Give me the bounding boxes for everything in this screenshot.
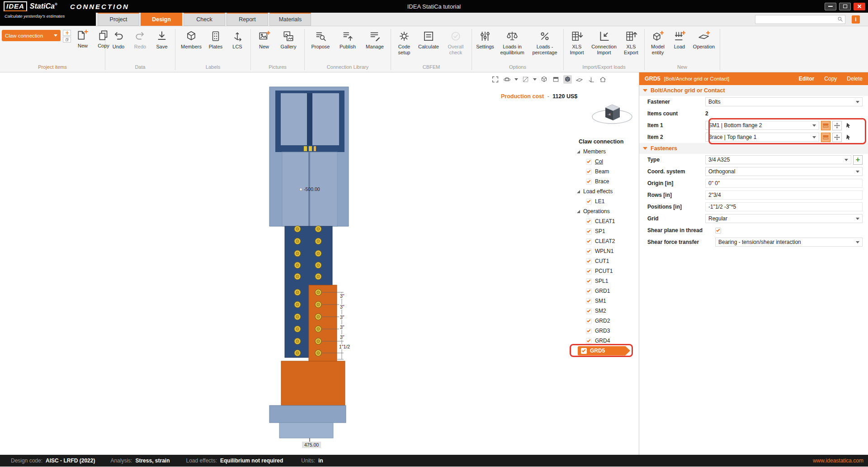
- search-input[interactable]: [755, 16, 837, 23]
- checkbox-checked-icon[interactable]: [586, 159, 592, 165]
- checkbox-checked-icon[interactable]: [586, 219, 592, 224]
- tab-report[interactable]: Report: [226, 13, 268, 26]
- tab-materials[interactable]: Materials: [269, 13, 311, 26]
- tab-check[interactable]: Check: [184, 13, 225, 26]
- checkbox-checked-icon[interactable]: [586, 308, 592, 314]
- section-view-icon[interactable]: [521, 75, 530, 84]
- info-button[interactable]: i: [852, 15, 860, 24]
- tree-item-beam[interactable]: Beam: [566, 167, 637, 176]
- fastener-dropdown[interactable]: Bolts: [705, 97, 863, 106]
- connection-3d-model[interactable]: [267, 81, 353, 453]
- item2-dropdown[interactable]: Brace | Top flange 1: [705, 133, 819, 142]
- ribbon-button-connection-import[interactable]: Connection Import: [588, 29, 620, 55]
- tree-item-le1[interactable]: LE1: [566, 196, 637, 206]
- ribbon-button-new-picture[interactable]: New: [254, 29, 274, 50]
- tree-item-sm1[interactable]: SM1: [566, 296, 637, 306]
- tree-group-operations[interactable]: Operations: [566, 206, 637, 216]
- tree-item-spl1[interactable]: SPL1: [566, 276, 637, 286]
- checkbox-checked-icon[interactable]: [586, 258, 592, 264]
- checkbox-checked-icon[interactable]: [586, 199, 592, 205]
- checkbox-checked-icon[interactable]: [586, 229, 592, 234]
- item1-plate-select-button[interactable]: [821, 121, 830, 130]
- tree-item-grd1[interactable]: GRD1: [566, 286, 637, 296]
- website-link[interactable]: www.ideastatica.com: [813, 457, 863, 464]
- collapse-icon[interactable]: [577, 210, 580, 213]
- checkbox-checked-icon[interactable]: [581, 348, 587, 354]
- ribbon-button-lcs[interactable]: LCS: [227, 29, 248, 50]
- close-button[interactable]: [854, 3, 865, 10]
- origin-field[interactable]: 0" 0": [705, 179, 863, 188]
- minimize-button[interactable]: [825, 3, 836, 10]
- tree-item-grd5[interactable]: GRD5: [566, 346, 637, 356]
- ribbon-button-xls-export[interactable]: XLS Export: [621, 29, 642, 55]
- tab-project[interactable]: Project: [98, 13, 139, 26]
- positions-field[interactable]: -1"1/2 -3"*5: [705, 202, 863, 211]
- editor-button[interactable]: Editor: [799, 76, 815, 82]
- ribbon-button-operation[interactable]: Operation: [691, 29, 717, 50]
- tree-item-brace[interactable]: Brace: [566, 176, 637, 186]
- item2-plate-select-button[interactable]: [821, 133, 830, 142]
- item2-pick-button[interactable]: [844, 133, 853, 142]
- ribbon-button-settings[interactable]: Settings: [475, 29, 495, 50]
- maximize-button[interactable]: [839, 3, 851, 10]
- checkbox-checked-icon[interactable]: [586, 318, 592, 324]
- ribbon-button-loads-percentage[interactable]: Loads - percentage: [529, 29, 561, 55]
- selected-operation-pill[interactable]: GRD5: [578, 346, 630, 356]
- checkbox-checked-icon[interactable]: [586, 338, 592, 344]
- delete-operation-button[interactable]: Delete: [847, 76, 863, 82]
- ribbon-button-new-item[interactable]: New: [72, 28, 93, 49]
- mini-copy-item-button[interactable]: [63, 37, 71, 43]
- item1-zoom-button[interactable]: [832, 121, 842, 130]
- checkbox-checked-icon[interactable]: [586, 298, 592, 304]
- shear-plane-checkbox[interactable]: [715, 228, 721, 234]
- ribbon-button-xls-import[interactable]: XLS Import: [566, 29, 587, 55]
- claw-connection-dropdown[interactable]: Claw connection: [2, 30, 61, 41]
- shaded-view-icon[interactable]: [563, 75, 572, 84]
- orbit-view-icon[interactable]: [503, 75, 511, 84]
- coord-system-dropdown[interactable]: Orthogonal: [705, 167, 863, 176]
- tree-item-grd4[interactable]: GRD4: [566, 336, 637, 346]
- ribbon-button-gallery[interactable]: Gallery: [275, 29, 302, 50]
- ribbon-button-save[interactable]: Save: [151, 29, 172, 50]
- item1-dropdown[interactable]: SM1 | Bottom flange 2: [705, 121, 819, 130]
- section-dropdown-icon[interactable]: [533, 78, 537, 81]
- front-view-icon[interactable]: [552, 75, 560, 84]
- tree-item-col[interactable]: Col: [566, 157, 637, 167]
- ribbon-button-load[interactable]: Load: [669, 29, 690, 50]
- ribbon-button-model-entity[interactable]: Model entity: [647, 29, 668, 55]
- mini-new-item-button[interactable]: [63, 30, 71, 36]
- checkbox-checked-icon[interactable]: [586, 179, 592, 185]
- navigation-cube[interactable]: -x: [590, 100, 634, 129]
- ribbon-button-loads-in-equilibrium[interactable]: Loads in equilibrium: [496, 29, 528, 55]
- tree-item-wpln1[interactable]: WPLN1: [566, 246, 637, 256]
- plane-view-icon[interactable]: [575, 75, 584, 84]
- ribbon-button-manage[interactable]: Manage: [362, 29, 388, 50]
- tree-item-cleat2[interactable]: CLEAT2: [566, 236, 637, 246]
- checkbox-checked-icon[interactable]: [586, 169, 592, 175]
- item1-pick-button[interactable]: [844, 121, 853, 130]
- add-bolt-assembly-button[interactable]: +: [853, 155, 863, 165]
- checkbox-checked-icon[interactable]: [586, 328, 592, 334]
- model-viewport[interactable]: Production cost - 1120 US$ -x -500.00 3"…: [0, 72, 639, 455]
- checkbox-checked-icon[interactable]: [586, 288, 592, 294]
- tree-item-pcut1[interactable]: PCUT1: [566, 266, 637, 276]
- tree-item-grd3[interactable]: GRD3: [566, 326, 637, 336]
- tree-item-cut1[interactable]: CUT1: [566, 256, 637, 266]
- tree-group-load-effects[interactable]: Load effects: [566, 186, 637, 196]
- copy-operation-button[interactable]: Copy: [824, 76, 837, 82]
- tree-group-members[interactable]: Members: [566, 147, 637, 157]
- checkbox-checked-icon[interactable]: [586, 248, 592, 254]
- ribbon-button-publish[interactable]: Publish: [335, 29, 361, 50]
- ribbon-button-undo[interactable]: Undo: [108, 29, 129, 50]
- section-fasteners[interactable]: Fasteners: [639, 143, 868, 154]
- search-box[interactable]: [755, 15, 845, 24]
- collapse-icon[interactable]: [577, 150, 580, 153]
- tree-item-sm2[interactable]: SM2: [566, 306, 637, 316]
- item2-zoom-button[interactable]: [832, 133, 842, 142]
- collapse-icon[interactable]: [577, 190, 580, 193]
- bolt-type-dropdown[interactable]: 3/4 A325: [705, 155, 851, 164]
- wireframe-view-icon[interactable]: [540, 75, 548, 84]
- checkbox-checked-icon[interactable]: [586, 268, 592, 274]
- shear-transfer-dropdown[interactable]: Bearing - tension/shear interaction: [715, 238, 863, 247]
- ribbon-button-propose[interactable]: Propose: [307, 29, 334, 50]
